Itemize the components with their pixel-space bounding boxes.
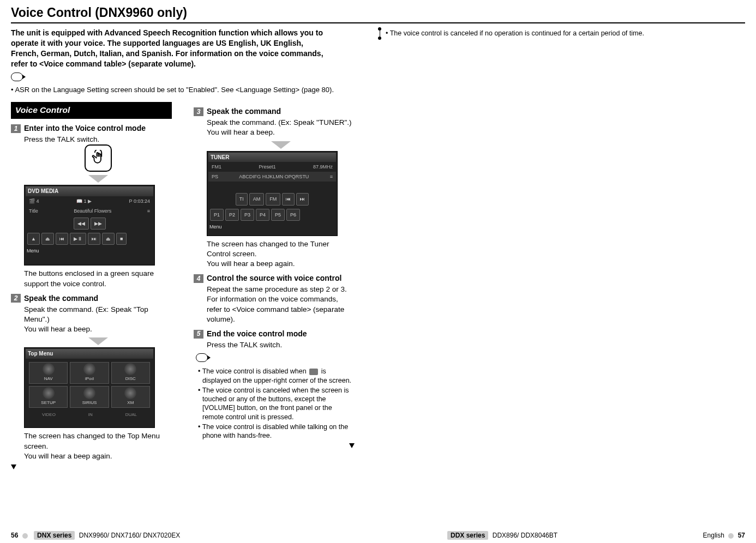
- column-2: 3 Speak the command Speak the command. (…: [194, 102, 355, 469]
- step-3-heading: 3 Speak the command: [194, 106, 355, 117]
- down-arrow-icon: [88, 337, 108, 345]
- right-page-number: 57: [738, 532, 745, 539]
- left-models: DNX9960/ DNX7160/ DNX7020EX: [79, 532, 180, 539]
- talk-switch-icon: [85, 144, 112, 172]
- right-models: DDX896/ DDX8046BT: [493, 532, 557, 539]
- down-arrow-icon: [271, 141, 291, 149]
- step-1-heading: 1 Enter into the Voice control mode: [11, 123, 172, 134]
- step-4-line1: Repeat the same procedure as step 2 or 3…: [207, 285, 355, 294]
- topmenu-tile: SIRIUS: [70, 386, 109, 408]
- step-2-line1: Speak the command. (Ex: Speak "Top Menu"…: [24, 305, 172, 324]
- voice-control-section-header: Voice Control: [11, 102, 172, 119]
- end-note-1: The voice control is disabled when is di…: [198, 367, 355, 385]
- tuner-freq: 87.9MHz: [313, 164, 333, 170]
- topmenu-tile: SETUP: [29, 386, 68, 408]
- intro-row: The unit is equipped with Advanced Speec…: [11, 28, 745, 102]
- dvd-time: 0:03:24: [134, 198, 150, 204]
- footer-left: 56 DNX series DNX9960/ DNX7160/ DNX7020E…: [11, 531, 180, 540]
- step-2-number: 2: [11, 294, 21, 303]
- step-1-number: 1: [11, 124, 21, 133]
- dvd-ff-button: ▶▶: [91, 218, 106, 230]
- dvd-rew-button: ◀◀: [74, 218, 89, 230]
- content-columns: Voice Control 1 Enter into the Voice con…: [11, 102, 745, 469]
- step-5-title: End the voice control mode: [207, 329, 307, 339]
- tuner-band: FM1: [212, 164, 221, 170]
- dvd-btn: ▲: [27, 233, 40, 245]
- info-bubble-icon: [11, 73, 23, 81]
- tuner-btn: FM: [266, 193, 280, 205]
- cancel-timeout-note-text: The voice control is canceled if no oper…: [390, 29, 644, 37]
- tuner-preset: Preset1: [259, 164, 275, 170]
- tuner-btn: TI: [236, 193, 248, 205]
- topmenu-tile: iPod: [70, 362, 109, 384]
- step-4-heading: 4 Control the source with voice control: [194, 273, 355, 283]
- dvd-btn: ⏏: [102, 233, 115, 245]
- top-menu-screenshot: Top Menu NAV iPod DISC SETUP SIRIUS XM V…: [24, 347, 155, 428]
- page-footer: 56 DNX series DNX9960/ DNX7160/ DNX7020E…: [0, 531, 756, 540]
- tuner-rds-text: ABCDIFG HIJKLMN OPQRSTU: [239, 173, 309, 180]
- topmenu-bot: DUAL: [125, 412, 137, 418]
- cancel-timeout-note: • The voice control is canceled if no op…: [380, 29, 644, 38]
- dvd-track-name: Beautiful Flowers: [74, 208, 111, 214]
- tuner-preset-btn: P5: [271, 209, 285, 221]
- step-2-after1: The screen has changed to the Top Menu s…: [24, 431, 172, 451]
- tuner-ps-label: PS: [212, 173, 218, 180]
- hand-press-icon: [90, 150, 106, 166]
- end-note-3: The voice control is disabled while talk…: [198, 423, 355, 441]
- step-3-title: Speak the command: [207, 106, 281, 117]
- column-continue-arrow-icon: [11, 464, 16, 469]
- tuner-menu-label: Menu: [208, 222, 336, 231]
- tuner-preset-btn: P3: [241, 209, 254, 221]
- step-1-title: Enter into the Voice control mode: [24, 123, 146, 134]
- intro-paragraph: The unit is equipped with Advanced Speec…: [11, 28, 333, 69]
- dvd-media-screenshot: DVD MEDIA 🎬 4 📖 1 ▶ P 0:03:24 TitleBeaut…: [24, 185, 155, 266]
- dvd-track-label: Title: [29, 208, 38, 214]
- right-series-badge: DDX series: [447, 531, 488, 540]
- dvd-chapter: 1: [84, 198, 87, 204]
- step-3-line2: You will hear a beep.: [207, 128, 355, 137]
- step-1-body: Press the TALK switch.: [24, 135, 172, 183]
- footer-lang: English: [703, 532, 724, 539]
- tuner-screenshot: TUNER FM1 Preset1 87.9MHz PS ABCDIFG HIJ…: [207, 151, 338, 236]
- step-5-heading: 5 End the voice control mode: [194, 329, 355, 339]
- column-continue-arrow-icon: [349, 443, 355, 448]
- step-1-after: The buttons enclosed in a green square s…: [24, 269, 172, 288]
- asr-note-text: ASR on the Language Setting screen shoul…: [15, 86, 334, 94]
- step-3-number: 3: [194, 107, 203, 116]
- dvd-btn: ⏭: [88, 233, 100, 245]
- asr-note: • ASR on the Language Setting screen sho…: [11, 85, 334, 95]
- step-4-line2: For information on the voice commands, r…: [207, 294, 355, 324]
- tuner-btn: ⏭: [296, 193, 309, 205]
- info-bubble-icon: [196, 353, 208, 362]
- topmenu-bot: IN: [88, 412, 93, 418]
- dvd-btn: ⏮: [56, 233, 68, 245]
- step-3-line1: Speak the command. (Ex: Speak "TUNER".): [207, 118, 355, 128]
- mute-indicator-icon: [309, 369, 318, 375]
- tuner-btn: AM: [249, 193, 265, 205]
- tuner-btn: ⏮: [282, 193, 295, 205]
- down-arrow-icon: [88, 175, 108, 183]
- end-notes-list: The voice control is disabled when is di…: [198, 367, 355, 440]
- page-title: Voice Control (DNX9960 only): [11, 4, 745, 23]
- left-page-number: 56: [11, 532, 18, 539]
- left-series-badge: DNX series: [34, 531, 75, 540]
- tuner-preset-btn: P4: [256, 209, 269, 221]
- step-2-title: Speak the command: [24, 293, 98, 304]
- footer-separator-dot-icon: [22, 533, 28, 539]
- step-4-title: Control the source with voice control: [207, 273, 341, 283]
- dvd-btn: ⏏: [41, 233, 54, 245]
- end-note-2: The voice control is canceled when the s…: [198, 386, 355, 421]
- step-3-after1: The screen has changed to the Tuner Cont…: [207, 239, 355, 259]
- dvd-btn: ■: [116, 233, 127, 245]
- step-2-after2: You will hear a beep again.: [24, 451, 172, 461]
- dvd-title-bar: DVD MEDIA: [26, 186, 153, 196]
- column-1: Voice Control 1 Enter into the Voice con…: [11, 102, 172, 469]
- dvd-menu-label: Menu: [26, 246, 153, 255]
- step-5-line1: Press the TALK switch.: [207, 340, 355, 350]
- topmenu-tile: NAV: [29, 362, 68, 384]
- tuner-title-bar: TUNER: [208, 153, 336, 162]
- footer-separator-dot-icon: [728, 533, 734, 539]
- topmenu-tile: XM: [111, 386, 150, 408]
- footer-right: DDX series DDX896/ DDX8046BT English 57: [445, 531, 745, 540]
- topmenu-bot: VIDEO: [42, 412, 56, 418]
